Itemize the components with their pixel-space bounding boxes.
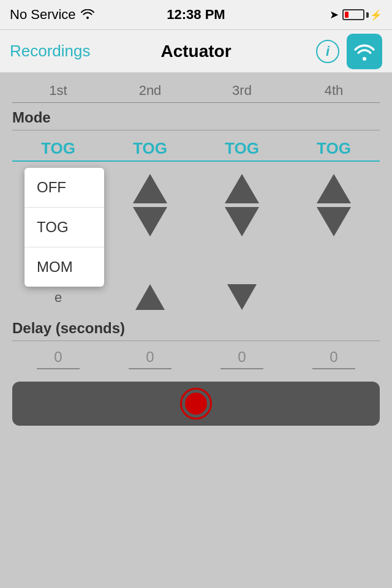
record-bar[interactable] — [12, 382, 380, 426]
arrow-col-secondary-1: e — [12, 288, 104, 306]
tog-2[interactable]: TOG — [104, 139, 196, 162]
status-right-area: ➤ ⚡ — [330, 8, 382, 21]
record-button-outer — [180, 388, 212, 420]
arrow-down-4[interactable] — [317, 207, 351, 236]
delay-underline-3 — [221, 368, 263, 369]
delay-col-3: 0 — [196, 349, 288, 369]
dropdown-tog[interactable]: TOG — [24, 208, 104, 247]
arrow-col-secondary-3 — [196, 284, 288, 310]
charging-icon: ⚡ — [370, 9, 382, 21]
battery-indicator: ⚡ — [342, 9, 382, 21]
wifi-status-icon — [81, 7, 94, 23]
tab-1st[interactable]: 1st — [12, 83, 104, 103]
delay-col-4: 0 — [288, 349, 380, 369]
delay-col-1: 0 — [12, 349, 104, 369]
page-title: Actuator — [160, 42, 231, 61]
arrow-col-3 — [196, 174, 288, 236]
delay-section-label: Delay (seconds) — [12, 320, 380, 341]
arrow-up-3[interactable] — [225, 174, 259, 203]
info-icon: i — [326, 43, 330, 59]
recordings-button[interactable]: Recordings — [10, 42, 91, 61]
arrow-up-sm-2[interactable] — [135, 284, 165, 310]
main-content: 1st 2nd 3rd 4th Mode TOG TOG TOG TOG — [0, 73, 392, 442]
carrier-text: No Service — [10, 7, 76, 23]
arrow-col-secondary-2 — [104, 284, 196, 310]
arrows-row-secondary: e — [12, 284, 380, 310]
delay-col-2: 0 — [104, 349, 196, 369]
tab-4th[interactable]: 4th — [288, 83, 380, 103]
battery-tip — [366, 12, 369, 18]
dropdown-off[interactable]: OFF — [24, 168, 104, 208]
tog-3[interactable]: TOG — [196, 139, 288, 162]
info-button[interactable]: i — [316, 40, 339, 63]
arrow-down-3[interactable] — [225, 207, 259, 236]
delay-value-4[interactable]: 0 — [330, 349, 337, 366]
carrier-area: No Service — [10, 7, 94, 23]
delay-underline-1 — [37, 368, 80, 369]
delay-value-3[interactable]: 0 — [238, 349, 246, 366]
arrow-up-4[interactable] — [317, 174, 351, 203]
arrow-down-sm-3[interactable] — [227, 284, 257, 310]
battery-fill — [345, 12, 349, 18]
arrows-row-main: OFF TOG MOM — [12, 168, 380, 278]
delay-underline-2 — [129, 368, 172, 369]
location-icon: ➤ — [330, 8, 339, 21]
record-button-inner — [185, 393, 207, 415]
wifi-icon — [353, 40, 375, 62]
tog-row: TOG TOG TOG TOG — [12, 139, 380, 162]
tabs-row: 1st 2nd 3rd 4th — [12, 83, 380, 103]
mode-section-label: Mode — [12, 109, 380, 130]
nav-right-actions: i — [316, 34, 382, 69]
arrow-down-2[interactable] — [133, 207, 167, 236]
tab-2nd[interactable]: 2nd — [104, 83, 196, 103]
delay-row: 0 0 0 0 — [12, 349, 380, 369]
nav-bar: Recordings Actuator i — [0, 30, 392, 73]
mode-dropdown: OFF TOG MOM — [24, 168, 104, 287]
wifi-button[interactable] — [347, 34, 382, 69]
status-bar: No Service 12:38 PM ➤ ⚡ — [0, 0, 392, 30]
arrow-up-2[interactable] — [133, 174, 167, 203]
delay-value-2[interactable]: 0 — [146, 349, 154, 366]
tog-4[interactable]: TOG — [288, 139, 380, 162]
arrow-col-2 — [104, 174, 196, 236]
battery-body — [342, 9, 364, 20]
dropdown-mom[interactable]: MOM — [24, 247, 104, 287]
tog-1[interactable]: TOG — [12, 139, 104, 162]
tab-3rd[interactable]: 3rd — [196, 83, 288, 103]
arrow-col-4 — [288, 174, 380, 236]
status-time: 12:38 PM — [167, 7, 225, 23]
svg-point-0 — [363, 57, 366, 61]
delay-value-1[interactable]: 0 — [54, 349, 62, 366]
delay-underline-4 — [312, 368, 355, 369]
